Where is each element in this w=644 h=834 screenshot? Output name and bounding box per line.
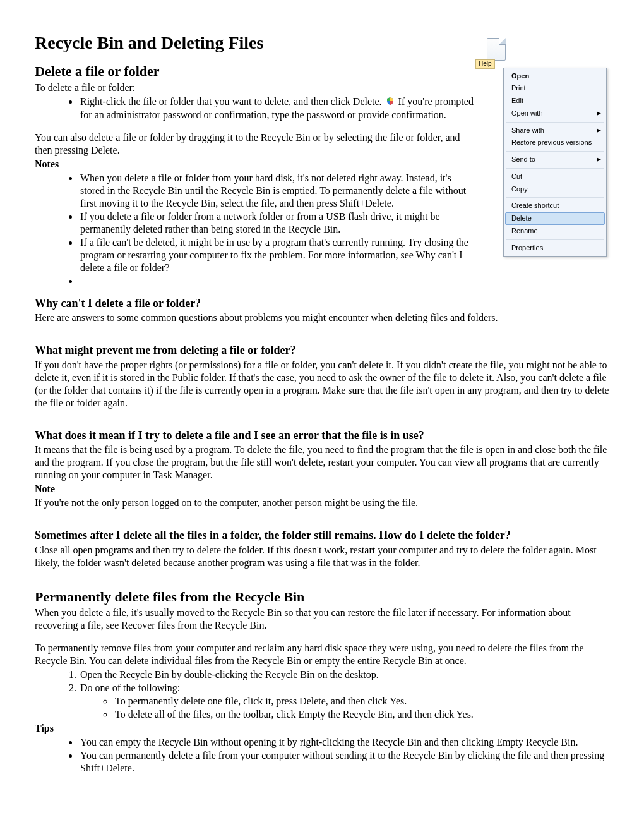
context-menu-item[interactable]: Open with▶ (505, 107, 605, 120)
context-menu-item[interactable]: Open (505, 70, 605, 83)
chevron-right-icon: ▶ (597, 127, 601, 134)
context-menu-item[interactable]: Print (505, 82, 605, 95)
q-inuse-body: It means that the file is being used by … (35, 444, 609, 481)
tips-label: Tips (35, 722, 609, 735)
context-menu-separator (506, 239, 604, 240)
perm-delete-p2: To permanently remove files from your co… (35, 642, 609, 667)
tip-item: You can permanently delete a file from y… (79, 749, 609, 775)
context-menu-item[interactable]: Send to▶ (505, 154, 605, 166)
delete-step-pre: Right-click the file or folder that you … (80, 96, 385, 107)
context-menu: OpenPrintEditOpen with▶Share with▶Restor… (503, 68, 607, 257)
step-item: Do one of the following: (79, 682, 609, 694)
q-folder-heading: Sometimes after I delete all the files i… (35, 528, 609, 543)
context-menu-item[interactable]: Rename (505, 225, 605, 238)
context-menu-separator (506, 122, 604, 123)
q-prevent-heading: What might prevent me from deleting a fi… (35, 343, 609, 358)
context-menu-separator (506, 197, 604, 198)
context-menu-illustration: Help OpenPrintEditOpen with▶Share with▶R… (483, 38, 609, 257)
note-body-2: If you're not the only person logged on … (35, 497, 609, 509)
substep-item: To delete all of the files, on the toolb… (114, 708, 609, 721)
why-cant-heading: Why can't I delete a file or folder? (35, 296, 609, 311)
context-menu-item[interactable]: Share with▶ (505, 124, 605, 137)
context-menu-item[interactable]: Properties (505, 242, 605, 255)
context-menu-item[interactable]: Restore previous versions (505, 136, 605, 149)
help-tag: Help (475, 59, 495, 69)
shield-icon (386, 96, 395, 109)
notes-item (79, 275, 609, 287)
q-prevent-body: If you don't have the proper rights (or … (35, 359, 609, 409)
note-label-2: Note (35, 483, 609, 495)
context-menu-item[interactable]: Delete (505, 212, 605, 225)
context-menu-item[interactable]: Cut (505, 171, 605, 183)
tip-item: You can empty the Recycle Bin without op… (79, 736, 609, 749)
perm-delete-p1: When you delete a file, it's usually mov… (35, 607, 609, 632)
why-cant-intro: Here are answers to some common question… (35, 311, 609, 324)
context-menu-separator (506, 151, 604, 152)
step-item: Open the Recycle Bin by double-clicking … (79, 668, 609, 681)
perm-delete-heading: Permanently delete files from the Recycl… (35, 588, 609, 606)
q-inuse-heading: What does it mean if I try to delete a f… (35, 428, 609, 443)
context-menu-separator (506, 168, 604, 169)
substep-item: To permanently delete one file, click it… (114, 695, 609, 708)
context-menu-item[interactable]: Copy (505, 183, 605, 196)
context-menu-item[interactable]: Edit (505, 95, 605, 107)
context-menu-item[interactable]: Create shortcut (505, 200, 605, 212)
chevron-right-icon: ▶ (597, 156, 601, 163)
q-folder-body: Close all open programs and then try to … (35, 544, 609, 569)
chevron-right-icon: ▶ (597, 110, 601, 117)
file-icon (487, 38, 506, 61)
